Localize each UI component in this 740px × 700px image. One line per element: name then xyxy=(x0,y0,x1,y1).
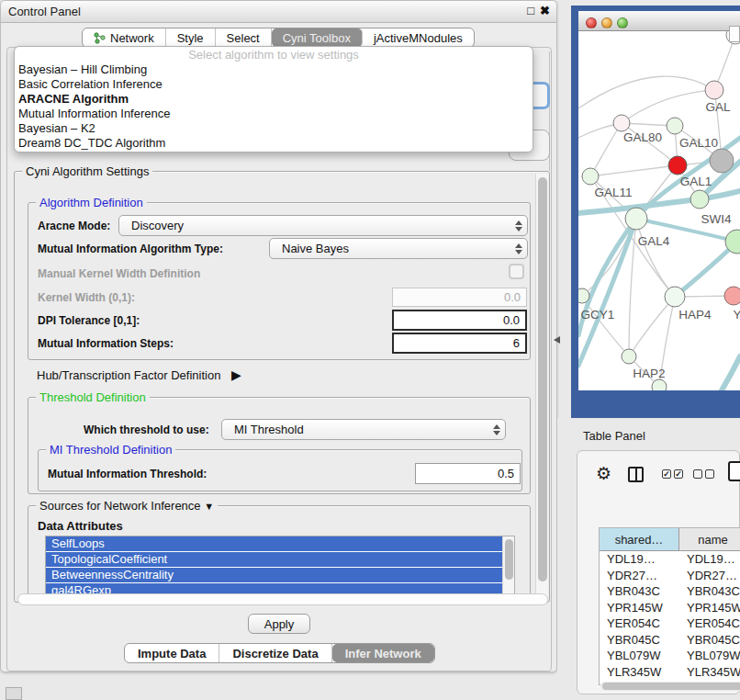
network-node[interactable] xyxy=(582,168,599,185)
column-header[interactable]: name xyxy=(679,528,740,551)
mi-steps-input[interactable]: 6 xyxy=(392,333,527,354)
algorithm-menu-item[interactable]: ARACNE Algorithm xyxy=(15,92,533,107)
manual-kernel-width-label: Manual Kernel Width Definition xyxy=(38,267,200,280)
network-node[interactable] xyxy=(724,287,740,305)
network-node[interactable] xyxy=(652,379,667,390)
dpi-tolerance-input[interactable]: 0.0 xyxy=(392,310,527,331)
network-edge[interactable] xyxy=(636,219,675,297)
table-cell: YDR27… xyxy=(600,568,679,584)
float-window-icon[interactable]: □ xyxy=(527,4,534,17)
deselect-all-checkboxes-icon[interactable] xyxy=(693,469,714,479)
new-table-icon[interactable] xyxy=(728,461,740,481)
table-row[interactable]: YDR27…YDR27…12 xyxy=(600,568,740,584)
settings-vertical-scrollbar[interactable] xyxy=(535,174,548,602)
algorithm-menu-item[interactable]: Mutual Information Inference xyxy=(15,107,533,121)
network-node[interactable] xyxy=(710,149,734,173)
zoom-traffic-light-icon[interactable] xyxy=(617,17,628,28)
data-attribute-item[interactable]: SelfLoops xyxy=(46,536,502,551)
tab-cyni-toolbox[interactable]: Cyni Toolbox xyxy=(272,28,363,47)
settings-scrollbar-thumb[interactable] xyxy=(538,177,547,581)
tab-label: Cyni Toolbox xyxy=(283,31,351,45)
list-scrollbar-thumb[interactable] xyxy=(505,539,513,580)
mi-algorithm-type-combobox[interactable]: Naive Bayes xyxy=(269,238,528,259)
network-edge[interactable] xyxy=(590,165,678,176)
tab-network[interactable]: Network xyxy=(83,28,166,47)
tab-discretize-data[interactable]: Discretize Data xyxy=(219,644,331,662)
settings-horizontal-scrollbar[interactable] xyxy=(17,593,548,605)
which-threshold-label: Which threshold to use: xyxy=(84,423,209,436)
tab-jactivemnodules[interactable]: jActiveMNodules xyxy=(363,28,474,47)
table-cell: YER054C xyxy=(600,615,679,632)
network-node[interactable] xyxy=(665,287,685,307)
minimize-traffic-light-icon[interactable] xyxy=(601,17,612,28)
data-attribute-item[interactable]: BetweennessCentrality xyxy=(46,568,502,582)
table-row[interactable]: YBR045CYBR045C9. xyxy=(600,632,740,649)
network-node[interactable] xyxy=(668,156,687,175)
column-header[interactable]: shared… xyxy=(600,528,679,551)
table-cell: YPR145W xyxy=(600,600,679,616)
table-row[interactable]: YBR043CYBR043C xyxy=(600,583,740,600)
table-cell: YBR043C xyxy=(600,583,679,600)
network-edge-highlighted[interactable] xyxy=(722,356,740,390)
network-canvas[interactable]: GALGAL80GAL10GAL1GAL11SWI4GAL4GCY1HAP4YH… xyxy=(578,31,740,390)
table-row[interactable]: YPR145WYPR145W9. xyxy=(600,600,740,616)
mi-threshold-input[interactable]: 0.5 xyxy=(415,463,521,484)
node-label: GAL4 xyxy=(638,234,670,248)
network-node[interactable] xyxy=(625,208,647,230)
threshold-definition-legend: Threshold Definition xyxy=(36,390,150,404)
table-cell: YDR27… xyxy=(679,568,740,584)
table-scrollbar-thumb[interactable] xyxy=(602,683,740,690)
columns-icon[interactable] xyxy=(628,467,644,482)
tab-impute-data[interactable]: Impute Data xyxy=(125,644,219,662)
aracne-mode-combobox[interactable]: Discovery xyxy=(118,215,528,236)
control-panel-titlebar: Control Panel □ ✖ xyxy=(1,1,556,23)
close-icon[interactable]: ✖ xyxy=(540,4,550,17)
cyni-algorithm-settings-group: Cyni Algorithm Settings Algorithm Defini… xyxy=(14,171,550,603)
table-horizontal-scrollbar[interactable] xyxy=(600,682,740,691)
table-row[interactable]: YDL19…YDL19…13 xyxy=(600,551,740,568)
node-label: GAL10 xyxy=(679,136,718,150)
algorithm-dropdown-popup: Select algorithm to view settings Bayesi… xyxy=(14,46,533,152)
algorithm-definition-legend: Algorithm Definition xyxy=(36,196,147,209)
network-node[interactable] xyxy=(667,118,683,134)
bottom-left-widget[interactable] xyxy=(6,687,22,700)
table-row[interactable]: YER054CYER054C8. xyxy=(600,615,740,632)
list-vertical-scrollbar[interactable] xyxy=(502,536,514,595)
tab-label: Style xyxy=(177,31,204,45)
network-node[interactable] xyxy=(705,81,723,99)
network-node[interactable] xyxy=(690,190,709,209)
select-all-checkboxes-icon[interactable]: ✓✓ xyxy=(662,469,683,479)
algorithm-menu-item[interactable]: Bayesian – K2 xyxy=(15,121,533,136)
algorithm-menu-item[interactable]: Bayesian – Hill Climbing xyxy=(15,62,533,77)
apply-button[interactable]: Apply xyxy=(248,614,310,634)
tab-style[interactable]: Style xyxy=(166,28,216,47)
node-label: GAL80 xyxy=(623,130,662,144)
mi-threshold-value: 0.5 xyxy=(498,467,514,480)
data-attributes-list[interactable]: SelfLoopsTopologicalCoefficientBetweenne… xyxy=(45,536,515,596)
data-attribute-item[interactable]: TopologicalCoefficient xyxy=(46,552,502,567)
tab-select[interactable]: Select xyxy=(216,28,272,47)
control-panel-tabbar: NetworkStyleSelectCyni ToolboxjActiveMNo… xyxy=(82,28,475,48)
manual-kernel-width-checkbox[interactable] xyxy=(509,264,524,279)
table-row[interactable]: YLR345WYLR345W9. xyxy=(600,664,740,681)
tab-infer-network[interactable]: Infer Network xyxy=(332,644,434,662)
collapse-down-icon[interactable]: ▼ xyxy=(204,501,214,512)
network-node[interactable] xyxy=(622,349,636,364)
close-traffic-light-icon[interactable] xyxy=(586,17,597,28)
network-node[interactable] xyxy=(578,288,589,303)
network-edge[interactable] xyxy=(629,297,675,356)
network-edge[interactable] xyxy=(622,90,714,123)
node-label: Y xyxy=(733,308,740,322)
network-window-titlebar[interactable] xyxy=(578,11,740,31)
algorithm-menu-item[interactable]: Basic Correlation Inference xyxy=(15,77,533,92)
sources-legend[interactable]: Sources for Network Inference ▼ xyxy=(36,499,218,513)
algorithm-menu-item[interactable]: Dream8 DC_TDC Algorithm xyxy=(15,136,533,151)
network-node[interactable] xyxy=(613,115,630,131)
table-row[interactable]: YBL079WYBL079W xyxy=(600,648,740,664)
hub-definition-toggle[interactable]: Hub/Transcription Factor Definition ▶ xyxy=(37,367,241,382)
dpi-tolerance-value: 0.0 xyxy=(503,313,520,327)
which-threshold-combobox[interactable]: MI Threshold xyxy=(221,419,506,440)
data-attributes-label: Data Attributes xyxy=(38,519,123,533)
expand-right-icon[interactable]: ▶ xyxy=(231,367,241,382)
gear-icon[interactable]: ⚙ xyxy=(596,465,611,482)
